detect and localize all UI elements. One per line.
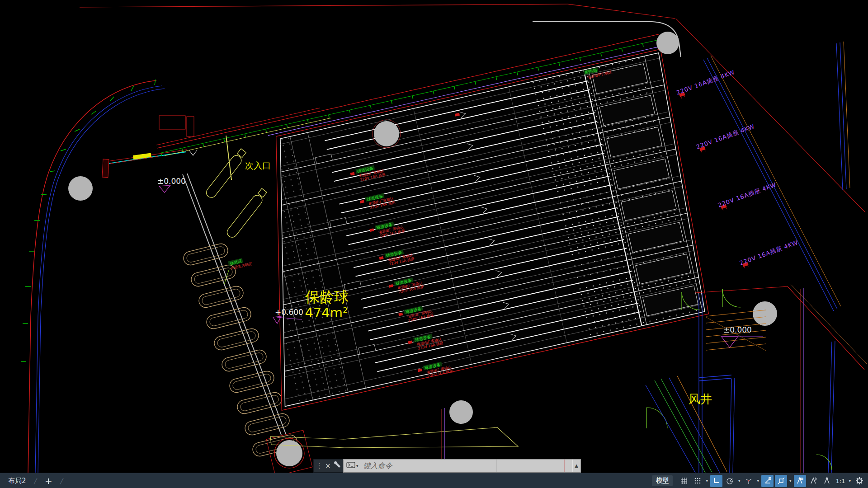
polar-caret-icon[interactable]: ▾ — [737, 479, 741, 483]
drafting-toolbar: 模型 ▾ ▾ ▾ ▾ — [652, 475, 865, 487]
tab-separator: / — [57, 477, 66, 485]
isodraft-caret-icon[interactable]: ▾ — [756, 479, 760, 483]
application-window: 球道设备电源由厂家确认220V 16A 插座 球道设备电源由厂家确认220V 1… — [0, 0, 868, 488]
secondary-entrance-label: 次入口 — [245, 160, 271, 170]
wrench-icon[interactable] — [334, 461, 341, 470]
command-input[interactable]: ▾ 键入命令 ▲ — [343, 459, 581, 473]
annotation-scale-value[interactable]: 1:1 — [835, 478, 847, 484]
polar-tracking-button[interactable] — [724, 475, 736, 487]
palette-grip-handle[interactable]: ⋮ — [316, 462, 322, 470]
svg-text:+0.600: +0.600 — [275, 308, 303, 317]
annotation-autoscale-button[interactable] — [807, 475, 820, 487]
bowling-area-label: 474m² — [305, 305, 348, 320]
ghost-line-red — [564, 460, 565, 472]
isometric-drafting-button[interactable] — [742, 475, 755, 487]
annotation-visibility-button[interactable] — [794, 475, 806, 487]
recent-commands-caret-icon[interactable]: ▾ — [355, 464, 359, 468]
scroll-up-icon[interactable]: ▲ — [575, 463, 578, 468]
tab-layout2[interactable]: 布局2 — [5, 475, 30, 487]
layout-tabs: 布局2 / + / — [5, 475, 66, 487]
snap-mode-button[interactable] — [691, 475, 703, 487]
field-seam — [496, 460, 497, 472]
close-icon[interactable]: × — [325, 462, 331, 470]
status-bar: 布局2 / + / 模型 ▾ ▾ ▾ ▾ — [0, 473, 868, 488]
customization-gear-icon[interactable] — [853, 475, 865, 487]
command-palette-controls: ⋮ × — [313, 459, 343, 473]
drawing-canvas[interactable]: 球道设备电源由厂家确认220V 16A 插座 球道设备电源由厂家确认220V 1… — [0, 0, 868, 473]
snap-caret-icon[interactable]: ▾ — [705, 479, 709, 483]
grid-display-button[interactable] — [678, 475, 690, 487]
object-snap-button[interactable] — [775, 475, 787, 487]
command-prompt-icon[interactable] — [346, 461, 355, 470]
object-snap-tracking-button[interactable] — [761, 475, 774, 487]
annotation-scale-button[interactable] — [821, 475, 833, 487]
ghost-line-white — [572, 460, 573, 472]
command-palette[interactable]: ⋮ × ▾ 键入命令 ▲ — [313, 459, 581, 473]
tab-separator: / — [31, 477, 40, 485]
command-placeholder: 键入命令 — [363, 461, 392, 471]
svg-text:±0.000: ±0.000 — [157, 177, 186, 186]
svg-text:±0.000: ±0.000 — [723, 325, 752, 334]
osnap-caret-icon[interactable]: ▾ — [788, 479, 793, 483]
model-space-button[interactable]: 模型 — [652, 475, 673, 486]
scale-caret-icon[interactable]: ▾ — [848, 479, 852, 483]
bowling-name-label: 保龄球 — [305, 288, 349, 305]
wind-shaft-label: 风井 — [689, 392, 712, 406]
add-layout-button[interactable]: + — [41, 476, 56, 485]
ortho-mode-button[interactable] — [710, 475, 722, 487]
